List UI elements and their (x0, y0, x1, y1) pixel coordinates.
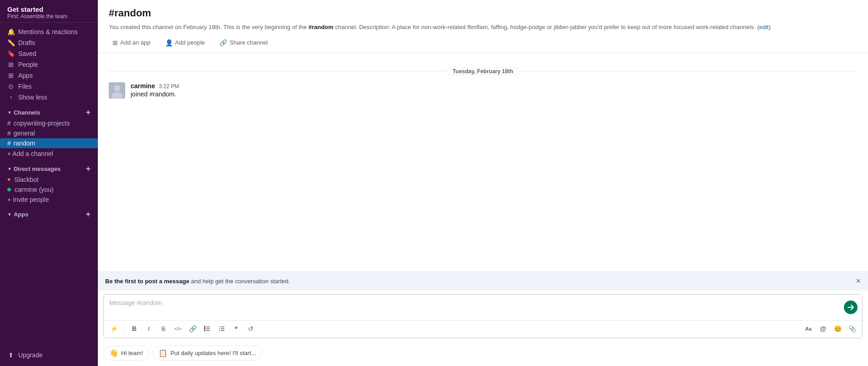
chevron-down-icon: ▼ (7, 166, 12, 171)
suggestion-emoji: 👋 (109, 349, 118, 357)
compose-suggestions: 👋 Hi team! 📋 Put daily updates here! I'l… (98, 342, 868, 366)
sidebar: Get started First: Assemble the team 🔔 M… (0, 0, 98, 366)
add-people-icon: 👤 (165, 39, 173, 46)
toolbar-separator (124, 324, 124, 333)
code-button[interactable]: </> (172, 322, 184, 335)
dm-label: carmine (you) (15, 186, 54, 193)
mention-button[interactable]: @ (817, 322, 829, 335)
date-divider: Tuesday, February 18th (109, 68, 857, 75)
online-status-icon (7, 188, 11, 191)
channel-desc-suffix: channel. Description: A place for non-wo… (334, 24, 759, 30)
add-app-label: Add an app (120, 39, 151, 46)
blockquote-button[interactable]: ❝ (230, 322, 243, 335)
add-people-label: Add people (175, 39, 205, 46)
attach-button[interactable]: 📎 (846, 322, 858, 335)
channel-description: You created this channel on February 18t… (109, 23, 857, 32)
apps-section-label: Apps (14, 211, 29, 218)
channels-section-label: Channels (14, 109, 41, 116)
channel-edit-link[interactable]: edit (759, 24, 769, 30)
channel-header: #random You created this channel on Febr… (98, 0, 868, 53)
suggestion-hi-team[interactable]: 👋 Hi team! (103, 346, 149, 361)
add-channel-button[interactable]: + (86, 108, 91, 116)
svg-point-14 (219, 330, 220, 331)
sidebar-nav-label: Mentions & reactions (18, 28, 78, 35)
sidebar-item-apps[interactable]: ⊞ Apps (0, 70, 98, 81)
channel-item-random[interactable]: # random (0, 138, 98, 148)
heart-icon: ♥ (7, 176, 10, 183)
hash-icon: # (7, 130, 11, 137)
apps-icon: ⊞ (7, 72, 15, 79)
files-icon: ⊙ (7, 83, 15, 90)
add-app-button[interactable]: + (86, 210, 91, 218)
sidebar-bottom: ⬆ Upgrade (0, 346, 98, 366)
compose-prompt-after: and help get the conversation started. (189, 278, 290, 285)
undo-button[interactable]: ↺ (244, 322, 257, 335)
main-content: #random You created this channel on Febr… (98, 0, 868, 366)
compose-toolbar: ⚡ B I S </> 🔗 1 2 3 (104, 320, 862, 338)
apps-section-toggle[interactable]: ▼ Apps (7, 211, 28, 218)
workspace-subtitle: First: Assemble the team (7, 13, 91, 20)
svg-point-12 (219, 326, 220, 327)
workspace-title: Get started (7, 5, 91, 13)
toolbar-right: Aa @ 😊 📎 (802, 322, 858, 335)
bullet-list-button[interactable] (215, 322, 228, 335)
share-channel-action[interactable]: 🔗 Share channel (216, 37, 271, 48)
sidebar-item-files[interactable]: ⊙ Files (0, 81, 98, 92)
channel-label: copywriting-projects (14, 120, 70, 127)
channel-actions: ⊞ Add an app 👤 Add people 🔗 Share channe… (109, 37, 857, 53)
add-people-action[interactable]: 👤 Add people (162, 37, 209, 48)
dm-item-carmine[interactable]: carmine (you) (0, 185, 98, 195)
chevron-down-icon: ▼ (7, 212, 12, 217)
strikethrough-button[interactable]: S (157, 322, 170, 335)
sidebar-nav-label: Show less (18, 94, 47, 101)
sidebar-item-drafts[interactable]: ✏️ Drafts (0, 37, 98, 48)
link-button[interactable]: 🔗 (186, 322, 199, 335)
sidebar-item-people[interactable]: ⊞ People (0, 59, 98, 70)
compose-prompt-text: Be the first to post a message and help … (105, 278, 290, 285)
sidebar-nav-label: People (18, 61, 38, 68)
svg-point-13 (219, 328, 220, 329)
add-channel-link[interactable]: + Add a channel (0, 148, 98, 159)
sidebar-item-mentions-reactions[interactable]: 🔔 Mentions & reactions (0, 26, 98, 37)
show-less-icon: ↑ (7, 94, 15, 101)
channel-label: general (14, 130, 35, 137)
dm-item-slackbot[interactable]: ♥ Slackbot (0, 175, 98, 185)
close-icon[interactable]: × (856, 276, 861, 286)
channel-item-copywriting-projects[interactable]: # copywriting-projects (0, 118, 98, 128)
channels-section-header: ▼ Channels + (0, 103, 98, 118)
channel-item-general[interactable]: # general (0, 128, 98, 138)
channel-name: #random (109, 7, 857, 19)
upgrade-icon: ⬆ (7, 351, 15, 359)
chevron-down-icon: ▼ (7, 110, 12, 115)
message-input[interactable] (104, 295, 862, 318)
shortcuts-button[interactable]: ⚡ (107, 322, 120, 335)
share-icon: 🔗 (219, 39, 227, 46)
italic-button[interactable]: I (142, 322, 155, 335)
svg-text:3: 3 (204, 330, 205, 331)
messages-area: Tuesday, February 18th carmine 3:22 PM j… (98, 53, 868, 272)
invite-people-link[interactable]: + Invite people (0, 195, 98, 205)
sidebar-item-saved[interactable]: 🔖 Saved (0, 48, 98, 59)
add-app-action[interactable]: ⊞ Add an app (109, 37, 154, 48)
sidebar-item-show-less[interactable]: ↑ Show less (0, 92, 98, 103)
compose-area: Be the first to post a message and help … (98, 271, 868, 366)
suggestion-daily-updates[interactable]: 📋 Put daily updates here! I'll start... (152, 346, 262, 361)
compose-prompt: Be the first to post a message and help … (98, 272, 868, 291)
sidebar-item-upgrade[interactable]: ⬆ Upgrade (0, 350, 98, 361)
format-button[interactable]: Aa (802, 322, 815, 335)
add-dm-button[interactable]: + (86, 165, 91, 173)
compose-box: ⚡ B I S </> 🔗 1 2 3 (103, 294, 863, 338)
channels-section-toggle[interactable]: ▼ Channels (7, 109, 40, 116)
emoji-button[interactable]: 😊 (831, 322, 844, 335)
share-channel-label: Share channel (229, 39, 268, 46)
dm-section-toggle[interactable]: ▼ Direct messages (7, 165, 61, 172)
mentions-icon: 🔔 (7, 28, 15, 35)
channel-desc-prefix: You created this channel on February 18t… (109, 24, 309, 30)
message-time: 3:22 PM (159, 83, 179, 90)
bold-button[interactable]: B (128, 322, 141, 335)
workspace-header: Get started First: Assemble the team (0, 0, 98, 23)
ordered-list-button[interactable]: 1 2 3 (201, 322, 213, 335)
suggestion-emoji: 📋 (158, 349, 168, 357)
sidebar-nav-label: Drafts (18, 39, 35, 46)
send-button[interactable] (844, 301, 858, 314)
